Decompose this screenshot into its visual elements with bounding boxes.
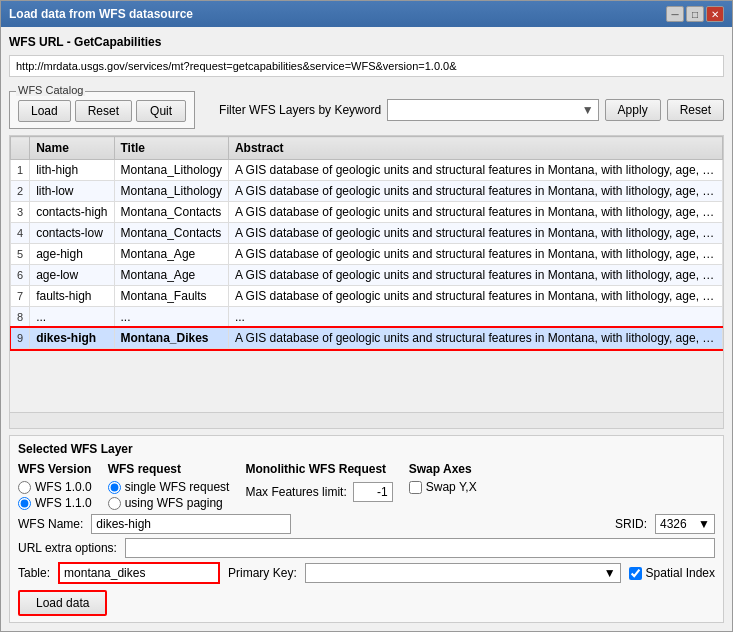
single-request-radio[interactable] [108, 481, 121, 494]
filter-combo[interactable]: ▼ [387, 99, 599, 121]
table-row[interactable]: 8......... [11, 307, 723, 328]
filter-label: Filter WFS Layers by Keyword [219, 103, 381, 117]
table-container[interactable]: Name Title Abstract 1lith-highMontana_Li… [10, 136, 723, 412]
primary-key-combo[interactable]: ▼ [305, 563, 621, 583]
swap-axes-group: Swap Axes Swap Y,X [409, 462, 477, 494]
table-row[interactable]: 4contacts-lowMontana_ContactsA GIS datab… [11, 223, 723, 244]
table-row[interactable]: 3contacts-highMontana_ContactsA GIS data… [11, 202, 723, 223]
row-name: age-low [30, 265, 114, 286]
col-name[interactable]: Name [30, 137, 114, 160]
wfs-1-0-radio[interactable] [18, 481, 31, 494]
options-row: WFS Version WFS 1.0.0 WFS 1.1.0 WFS requ… [18, 462, 715, 510]
wfs-name-label: WFS Name: [18, 517, 83, 531]
paging-request-row: using WFS paging [108, 496, 230, 510]
url-extra-row: URL extra options: [18, 538, 715, 558]
row-abstract: A GIS database of geologic units and str… [228, 160, 722, 181]
table-row[interactable]: 7faults-highMontana_FaultsA GIS database… [11, 286, 723, 307]
srid-combo[interactable]: 4326 ▼ [655, 514, 715, 534]
table-row[interactable]: 1lith-highMontana_LithologyA GIS databas… [11, 160, 723, 181]
table-row[interactable]: 5age-highMontana_AgeA GIS database of ge… [11, 244, 723, 265]
reset-filter-button[interactable]: Reset [667, 99, 724, 121]
title-bar-controls: ─ □ ✕ [666, 6, 724, 22]
primary-key-label: Primary Key: [228, 566, 297, 580]
monolithic-group: Monolithic WFS Request Max Features limi… [245, 462, 392, 502]
row-title: Montana_Faults [114, 286, 228, 307]
monolithic-label: Monolithic WFS Request [245, 462, 392, 476]
apply-button[interactable]: Apply [605, 99, 661, 121]
row-name: dikes-high [30, 328, 114, 349]
srid-combo-arrow-icon: ▼ [698, 517, 710, 531]
row-abstract: A GIS database of geologic units and str… [228, 286, 722, 307]
wfs-version-label: WFS Version [18, 462, 92, 476]
row-num: 5 [11, 244, 30, 265]
table-row[interactable]: 2lith-lowMontana_LithologyA GIS database… [11, 181, 723, 202]
url-section-label: WFS URL - GetCapabilities [9, 35, 724, 49]
swap-yx-checkbox[interactable] [409, 481, 422, 494]
row-name: contacts-low [30, 223, 114, 244]
horizontal-scrollbar[interactable] [10, 412, 723, 428]
selected-layer-section: Selected WFS Layer WFS Version WFS 1.0.0… [9, 435, 724, 623]
spatial-index-checkbox[interactable] [629, 567, 642, 580]
swap-axes-label: Swap Axes [409, 462, 477, 476]
wfs-version-group: WFS Version WFS 1.0.0 WFS 1.1.0 [18, 462, 92, 510]
load-data-button[interactable]: Load data [18, 590, 107, 616]
max-features-input[interactable] [353, 482, 393, 502]
close-button[interactable]: ✕ [706, 6, 724, 22]
row-num: 1 [11, 160, 30, 181]
srid-value: 4326 [660, 517, 687, 531]
row-abstract: A GIS database of geologic units and str… [228, 202, 722, 223]
row-title: ... [114, 307, 228, 328]
row-num: 2 [11, 181, 30, 202]
swap-yx-row: Swap Y,X [409, 480, 477, 494]
quit-button[interactable]: Quit [136, 100, 186, 122]
row-abstract: A GIS database of geologic units and str… [228, 328, 722, 349]
table-row[interactable]: 9dikes-highMontana_DikesA GIS database o… [11, 328, 723, 349]
table-name-input[interactable] [58, 562, 220, 584]
max-features-row: Max Features limit: [245, 482, 392, 502]
reset-catalog-button[interactable]: Reset [75, 100, 132, 122]
max-features-label: Max Features limit: [245, 485, 346, 499]
minimize-button[interactable]: ─ [666, 6, 684, 22]
wfs-name-row: WFS Name: SRID: 4326 ▼ [18, 514, 715, 534]
row-abstract: A GIS database of geologic units and str… [228, 265, 722, 286]
combo-arrow-icon: ▼ [582, 103, 594, 117]
url-extra-input[interactable] [125, 538, 715, 558]
main-window: Load data from WFS datasource ─ □ ✕ WFS … [0, 0, 733, 632]
wfs-1-1-row: WFS 1.1.0 [18, 496, 92, 510]
wfs-1-0-label: WFS 1.0.0 [35, 480, 92, 494]
row-name: contacts-high [30, 202, 114, 223]
row-name: lith-high [30, 160, 114, 181]
paging-request-radio[interactable] [108, 497, 121, 510]
row-title: Montana_Age [114, 244, 228, 265]
row-num: 6 [11, 265, 30, 286]
row-abstract: A GIS database of geologic units and str… [228, 244, 722, 265]
row-title: Montana_Contacts [114, 202, 228, 223]
row-name: lith-low [30, 181, 114, 202]
url-extra-label: URL extra options: [18, 541, 117, 555]
row-num: 7 [11, 286, 30, 307]
wfs-catalog-label: WFS Catalog [16, 84, 85, 96]
row-num: 3 [11, 202, 30, 223]
load-button[interactable]: Load [18, 100, 71, 122]
wfs-name-input[interactable] [91, 514, 291, 534]
wfs-1-1-label: WFS 1.1.0 [35, 496, 92, 510]
row-name: ... [30, 307, 114, 328]
layers-table: Name Title Abstract 1lith-highMontana_Li… [10, 136, 723, 349]
spatial-index-group: Spatial Index [629, 566, 715, 580]
wfs-request-group: WFS request single WFS request using WFS… [108, 462, 230, 510]
col-title[interactable]: Title [114, 137, 228, 160]
wfs-1-0-row: WFS 1.0.0 [18, 480, 92, 494]
col-abstract[interactable]: Abstract [228, 137, 722, 160]
maximize-button[interactable]: □ [686, 6, 704, 22]
spatial-index-label: Spatial Index [646, 566, 715, 580]
wfs-1-1-radio[interactable] [18, 497, 31, 510]
url-input[interactable]: http://mrdata.usgs.gov/services/mt?reque… [9, 55, 724, 77]
filter-section: Filter WFS Layers by Keyword ▼ Apply Res… [219, 99, 724, 121]
single-request-row: single WFS request [108, 480, 230, 494]
row-num: 4 [11, 223, 30, 244]
table-row[interactable]: 6age-lowMontana_AgeA GIS database of geo… [11, 265, 723, 286]
row-num: 8 [11, 307, 30, 328]
title-bar: Load data from WFS datasource ─ □ ✕ [1, 1, 732, 27]
catalog-filter-row: WFS Catalog Load Reset Quit Filter WFS L… [9, 83, 724, 129]
window-title: Load data from WFS datasource [9, 7, 193, 21]
